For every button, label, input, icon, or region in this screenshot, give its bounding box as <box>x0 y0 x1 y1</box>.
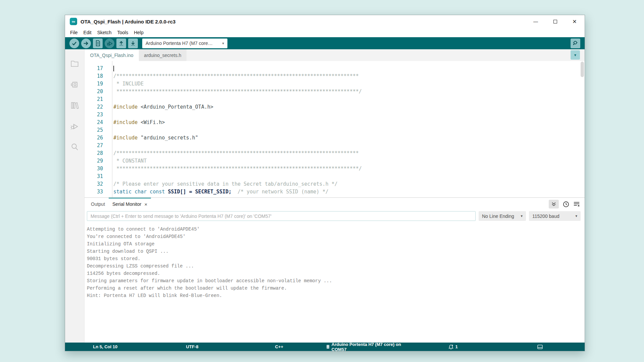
arduino-ide-window: ∞ OTA_Qspi_Flash | Arduino IDE 2.0.0-rc3… <box>65 15 585 351</box>
code-token: <WiFi.h> <box>138 119 165 125</box>
board-connection-status[interactable]: Arduino Portenta H7 (M7 core) on COM57 <box>326 337 406 357</box>
code-line: 24#include <WiFi.h> <box>85 119 585 126</box>
serial-output-line: Storing parameters for firmware update i… <box>87 277 585 285</box>
serial-message-input[interactable] <box>87 211 476 221</box>
serial-output-line: Decompressing LZSS compressed file ... <box>87 262 585 270</box>
magnifier-icon <box>573 40 579 46</box>
menu-sketch[interactable]: Sketch <box>97 30 112 35</box>
encoding-indicator[interactable]: UTF-8 <box>152 337 232 357</box>
baud-rate-select[interactable]: 115200 baud ▾ <box>529 211 581 221</box>
verify-button[interactable] <box>69 39 79 48</box>
bottom-panel: Output Serial Monitor × <box>85 197 585 343</box>
code-token: #include <box>113 135 138 141</box>
download-ota-button[interactable] <box>128 39 138 48</box>
code-text: * CONSTANT <box>113 157 147 165</box>
clock-icon <box>563 201 569 207</box>
serial-output-line: 90031 bytes stored. <box>87 255 585 262</box>
gutter-divider <box>112 61 112 197</box>
code-token: /* Please enter your sensitive data in t… <box>113 181 337 187</box>
line-number: 30 <box>85 165 103 173</box>
upload-button[interactable] <box>81 39 91 48</box>
tab-serial-monitor[interactable]: Serial Monitor × <box>109 198 151 210</box>
search-icon <box>70 142 79 152</box>
code-token: <Arduino_Portenta_OTA.h> <box>138 104 213 110</box>
code-token: static char const <box>113 189 168 195</box>
code-token: * INCLUDE <box>113 81 144 87</box>
code-text: #include "arduino_secrets.h" <box>113 134 198 142</box>
title-bar[interactable]: ∞ OTA_Qspi_Flash | Arduino IDE 2.0.0-rc3… <box>65 15 585 28</box>
double-chevron-down-icon <box>551 201 556 207</box>
library-books-icon <box>70 101 79 110</box>
collapse-panel-button[interactable] <box>549 200 559 208</box>
line-number: 31 <box>85 173 103 180</box>
debug-icon <box>107 40 113 46</box>
code-line: 22#include <Arduino_Portenta_OTA.h> <box>85 103 585 111</box>
editor-tab-bar: OTA_Qspi_Flash.ino arduino_secrets.h ▼ <box>85 49 585 61</box>
code-editor[interactable]: 1718/***********************************… <box>85 61 585 197</box>
toolbar: Arduino Portenta H7 (M7 core… ▾ <box>65 37 585 49</box>
maximize-button[interactable] <box>552 19 558 24</box>
line-number: 21 <box>85 96 103 103</box>
code-text <box>113 65 114 72</box>
code-line: 25 <box>85 126 585 134</box>
menu-help[interactable]: Help <box>134 30 144 35</box>
line-ending-select[interactable]: No Line Ending ▾ <box>479 211 526 221</box>
serial-output-line: Performing a reset after which the bootl… <box>87 285 585 292</box>
code-line: 31 <box>85 173 585 180</box>
code-line: 29 * CONSTANT <box>85 157 585 165</box>
tab-arduino-secrets-h[interactable]: arduino_secrets.h <box>139 49 186 61</box>
line-number: 33 <box>85 188 103 196</box>
sidebar-item-boards-manager[interactable] <box>65 74 84 95</box>
debug-panel-icon <box>70 122 79 131</box>
code-line: 33static char const SSID[] = SECRET_SSID… <box>85 188 585 196</box>
maximize-icon <box>553 20 557 23</box>
clear-output-button[interactable] <box>573 201 580 207</box>
sidebar-item-search[interactable] <box>65 136 84 157</box>
language-mode[interactable]: C++ <box>239 337 319 357</box>
text-cursor <box>113 66 114 71</box>
export-binary-button[interactable] <box>93 39 103 48</box>
code-token: SSID[] = SECRET_SSID; <box>168 189 232 195</box>
code-token: * CONSTANT <box>113 158 147 164</box>
bell-icon <box>448 344 453 350</box>
cursor-position[interactable]: Ln 5, Col 10 <box>65 337 145 357</box>
code-text: ****************************************… <box>113 165 362 173</box>
activity-sidebar <box>65 49 85 343</box>
arrow-right-icon <box>83 41 89 46</box>
serial-output-line: 114256 bytes decompressed. <box>87 270 585 277</box>
serial-message-row: No Line Ending ▾ 115200 baud ▾ <box>85 210 585 221</box>
document-icon <box>95 40 101 46</box>
tab-label: OTA_Qspi_Flash.ino <box>90 53 133 58</box>
menu-file[interactable]: File <box>70 30 78 35</box>
board-selector-label: Arduino Portenta H7 (M7 core… <box>146 41 213 46</box>
close-tab-icon[interactable]: × <box>144 201 147 207</box>
toggle-timestamp-button[interactable] <box>563 201 569 207</box>
line-number: 32 <box>85 180 103 188</box>
notifications-button[interactable]: 1 <box>413 337 493 357</box>
board-selector-dropdown[interactable]: Arduino Portenta H7 (M7 core… ▾ <box>142 39 227 48</box>
editor-tabs-menu-button[interactable]: ▼ <box>571 50 580 60</box>
status-bar: Ln 5, Col 10 UTF-8 C++ Arduino Portenta … <box>65 343 585 351</box>
menu-bar: File Edit Sketch Tools Help <box>65 28 585 37</box>
serial-output[interactable]: Attempting to connect to 'AndroidAPDE45'… <box>85 226 585 343</box>
tab-ota-qspi-flash-ino[interactable]: OTA_Qspi_Flash.ino <box>85 49 139 61</box>
code-token: /* your network SSID (name) */ <box>231 189 328 195</box>
sidebar-item-debug[interactable] <box>65 116 84 136</box>
sidebar-item-sketchbook[interactable] <box>65 53 84 74</box>
minimize-button[interactable]: — <box>533 19 538 24</box>
line-number: 17 <box>85 65 103 72</box>
upload-ota-button[interactable] <box>116 39 126 48</box>
arduino-logo-icon: ∞ <box>70 18 77 25</box>
check-icon <box>71 41 77 46</box>
debug-button[interactable] <box>105 39 114 48</box>
toggle-panel-button[interactable] <box>500 337 580 357</box>
close-button[interactable]: ✕ <box>572 19 577 24</box>
menu-edit[interactable]: Edit <box>84 30 92 35</box>
editor-scrollbar[interactable] <box>581 62 584 77</box>
tab-output[interactable]: Output <box>87 198 109 210</box>
line-number: 28 <box>85 149 103 157</box>
code-text: /* Please enter your sensitive data in t… <box>113 180 337 188</box>
menu-tools[interactable]: Tools <box>117 30 128 35</box>
serial-monitor-button[interactable] <box>571 39 580 48</box>
sidebar-item-library-manager[interactable] <box>65 95 84 116</box>
